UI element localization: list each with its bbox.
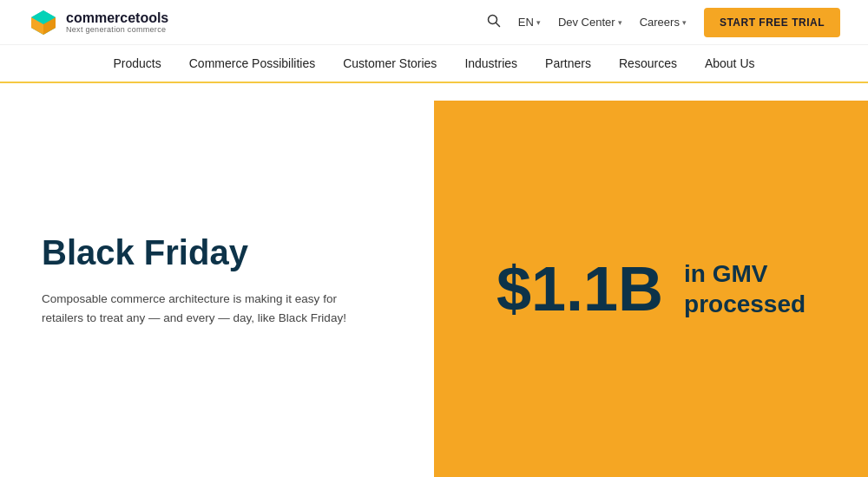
dev-center-link[interactable]: Dev Center ▾ bbox=[558, 16, 622, 29]
nav-item-partners[interactable]: Partners bbox=[545, 53, 591, 74]
nav-item-products[interactable]: Products bbox=[113, 53, 161, 74]
logo-tagline: Next generation commerce bbox=[66, 25, 168, 34]
hero-left: Black Friday Composable commerce archite… bbox=[0, 83, 434, 477]
language-selector[interactable]: EN ▾ bbox=[518, 16, 541, 29]
main-nav: Products Commerce Possibilities Customer… bbox=[0, 45, 868, 83]
logo-icon bbox=[28, 7, 59, 38]
careers-chevron-icon: ▾ bbox=[682, 18, 687, 27]
nav-item-commerce-possibilities[interactable]: Commerce Possibilities bbox=[189, 53, 315, 74]
careers-link[interactable]: Careers ▾ bbox=[640, 16, 687, 29]
language-chevron-icon: ▾ bbox=[536, 18, 541, 27]
hero-heading: Black Friday bbox=[42, 232, 382, 272]
nav-item-industries[interactable]: Industries bbox=[464, 53, 517, 74]
gmv-amount: $1.1B bbox=[496, 258, 663, 320]
search-icon[interactable] bbox=[487, 14, 501, 31]
gmv-label: in GMVprocessed bbox=[684, 258, 806, 319]
start-trial-button[interactable]: START FREE TRIAL bbox=[704, 8, 840, 37]
logo[interactable]: commercetools Next generation commerce bbox=[28, 7, 168, 38]
logo-text-group: commercetools Next generation commerce bbox=[66, 10, 168, 35]
nav-item-customer-stories[interactable]: Customer Stories bbox=[343, 53, 437, 74]
dev-center-chevron-icon: ▾ bbox=[618, 18, 622, 27]
hero-section: Black Friday Composable commerce archite… bbox=[0, 83, 868, 477]
svg-line-5 bbox=[496, 23, 499, 26]
hero-description: Composable commerce architecture is maki… bbox=[42, 290, 354, 327]
hero-right-panel: $1.1B in GMVprocessed bbox=[434, 101, 868, 477]
logo-name: commercetools bbox=[66, 10, 168, 26]
nav-item-about-us[interactable]: About Us bbox=[705, 53, 755, 74]
top-right-controls: EN ▾ Dev Center ▾ Careers ▾ START FREE T… bbox=[487, 8, 840, 37]
nav-item-resources[interactable]: Resources bbox=[619, 53, 677, 74]
top-bar: commercetools Next generation commerce E… bbox=[0, 0, 868, 45]
